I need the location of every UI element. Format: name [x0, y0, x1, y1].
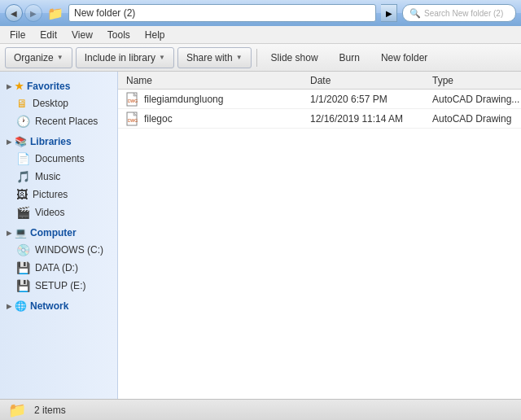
search-bar[interactable]: 🔍 Search New folder (2)	[402, 4, 516, 22]
organize-button[interactable]: Organize ▼	[5, 47, 72, 68]
videos-icon: 🎬	[16, 206, 30, 219]
organize-chevron-icon: ▼	[57, 54, 63, 61]
share-with-label: Share with	[186, 52, 233, 63]
table-row[interactable]: DWG filegiamdungluong 1/1/2020 6:57 PM A…	[118, 90, 521, 109]
organize-label: Organize	[14, 52, 54, 63]
address-bar[interactable]: New folder (2)	[68, 4, 376, 22]
file-area: Name Date Type Size Tags DWG filegiamdun…	[118, 72, 521, 399]
refresh-button[interactable]: ▶	[381, 4, 397, 22]
windows-c-label: WINDOWS (C:)	[35, 244, 103, 256]
file-list: DWG filegiamdungluong 1/1/2020 6:57 PM A…	[118, 90, 521, 399]
menu-help[interactable]: Help	[138, 28, 172, 42]
forward-button[interactable]: ▶	[24, 4, 42, 22]
svg-text:DWG: DWG	[128, 98, 138, 103]
sidebar-computer-header[interactable]: ▶ 💻 Computer	[0, 225, 117, 241]
search-placeholder: Search New folder (2)	[424, 9, 503, 18]
sidebar-item-desktop[interactable]: 🖥 Desktop	[0, 94, 117, 112]
file-date-1: 12/16/2019 11:14 AM	[305, 113, 427, 125]
status-folder-icon: 📁	[8, 401, 26, 419]
toolbar: Organize ▼ Include in library ▼ Share wi…	[0, 44, 521, 72]
col-header-date[interactable]: Date	[305, 75, 427, 86]
menu-view[interactable]: View	[65, 28, 99, 42]
recent-places-icon: 🕐	[16, 115, 30, 128]
table-row[interactable]: DWG filegoc 12/16/2019 11:14 AM AutoCAD …	[118, 109, 521, 129]
file-type-0: AutoCAD Drawing...	[427, 94, 521, 105]
documents-icon: 📄	[16, 152, 30, 165]
windows-c-icon: 💿	[16, 243, 30, 256]
desktop-icon: 🖥	[16, 97, 28, 110]
sidebar-favorites-header[interactable]: ▶ ★ Favorites	[0, 78, 117, 94]
sidebar-section-libraries: ▶ 📚 Libraries 📄 Documents 🎵 Music 🖼 Pict…	[0, 133, 117, 221]
sidebar-section-computer: ▶ 💻 Computer 💿 WINDOWS (C:) 💾 DATA (D:) …	[0, 225, 117, 295]
column-header: Name Date Type Size Tags	[118, 72, 521, 90]
menu-file[interactable]: File	[3, 28, 32, 42]
sidebar-item-data-d[interactable]: 💾 DATA (D:)	[0, 259, 117, 277]
network-label: Network	[30, 300, 68, 312]
setup-e-icon: 💾	[16, 279, 30, 292]
file-date-0: 1/1/2020 6:57 PM	[305, 94, 427, 105]
network-triangle-icon: ▶	[7, 303, 11, 310]
col-header-type[interactable]: Type	[427, 75, 521, 86]
favorites-triangle-icon: ▶	[7, 83, 11, 90]
address-text: New folder (2)	[74, 7, 135, 19]
sidebar-libraries-header[interactable]: ▶ 📚 Libraries	[0, 133, 117, 150]
toolbar-separator-1	[256, 49, 257, 67]
sidebar-item-music[interactable]: 🎵 Music	[0, 168, 117, 186]
share-chevron-icon: ▼	[236, 54, 243, 61]
svg-text:DWG: DWG	[128, 118, 138, 123]
nav-buttons: ◀ ▶	[5, 4, 42, 22]
file-name-text-0: filegiamdungluong	[144, 94, 223, 105]
favorites-star-icon: ★	[15, 81, 24, 92]
title-bar-folder-icon: 📁	[47, 6, 63, 21]
file-name-text-1: filegoc	[144, 113, 173, 125]
sidebar: ▶ ★ Favorites 🖥 Desktop 🕐 Recent Places …	[0, 72, 118, 399]
desktop-label: Desktop	[33, 98, 68, 109]
libraries-label: Libraries	[30, 136, 72, 147]
sidebar-item-windows-c[interactable]: 💿 WINDOWS (C:)	[0, 241, 117, 259]
include-in-library-button[interactable]: Include in library ▼	[76, 47, 174, 68]
sidebar-network-header[interactable]: ▶ 🌐 Network	[0, 298, 117, 314]
sidebar-item-recent-places[interactable]: 🕐 Recent Places	[0, 112, 117, 130]
burn-button[interactable]: Burn	[331, 47, 369, 68]
slideshow-button[interactable]: Slide show	[262, 47, 327, 68]
dwg-file-icon-0: DWG	[126, 92, 139, 107]
share-with-button[interactable]: Share with ▼	[177, 47, 252, 68]
status-item-count: 2 items	[34, 405, 66, 416]
search-icon: 🔍	[409, 8, 421, 19]
videos-label: Videos	[35, 207, 64, 218]
new-folder-label: New folder	[381, 52, 427, 63]
sidebar-section-network: ▶ 🌐 Network	[0, 298, 117, 314]
libraries-icon: 📚	[15, 136, 27, 147]
sidebar-item-videos[interactable]: 🎬 Videos	[0, 203, 117, 221]
menu-edit[interactable]: Edit	[33, 28, 63, 42]
music-label: Music	[35, 171, 60, 182]
recent-places-label: Recent Places	[35, 116, 98, 127]
sidebar-item-setup-e[interactable]: 💾 SETUP (E:)	[0, 277, 117, 295]
include-in-library-label: Include in library	[85, 52, 155, 63]
status-bar: 📁 2 items	[0, 399, 521, 420]
back-button[interactable]: ◀	[5, 4, 23, 22]
menu-bar: File Edit View Tools Help	[0, 26, 521, 44]
computer-icon: 💻	[15, 227, 27, 238]
pictures-label: Pictures	[33, 189, 68, 200]
slideshow-label: Slide show	[271, 52, 318, 63]
setup-e-label: SETUP (E:)	[35, 280, 85, 291]
computer-triangle-icon: ▶	[7, 230, 11, 237]
network-icon: 🌐	[15, 300, 27, 312]
title-bar: ◀ ▶ 📁 New folder (2) ▶ 🔍 Search New fold…	[0, 0, 521, 26]
computer-label: Computer	[30, 227, 77, 238]
data-d-label: DATA (D:)	[35, 262, 78, 273]
file-name-0: DWG filegiamdungluong	[118, 92, 305, 107]
sidebar-item-documents[interactable]: 📄 Documents	[0, 150, 117, 168]
data-d-icon: 💾	[16, 261, 30, 274]
sidebar-item-pictures[interactable]: 🖼 Pictures	[0, 186, 117, 203]
documents-label: Documents	[35, 153, 85, 164]
col-header-name[interactable]: Name	[118, 75, 305, 86]
menu-tools[interactable]: Tools	[101, 28, 137, 42]
favorites-label: Favorites	[27, 81, 70, 92]
new-folder-button[interactable]: New folder	[372, 47, 436, 68]
file-name-1: DWG filegoc	[118, 112, 305, 126]
main-area: ▶ ★ Favorites 🖥 Desktop 🕐 Recent Places …	[0, 72, 521, 399]
file-type-1: AutoCAD Drawing	[427, 113, 521, 125]
burn-label: Burn	[339, 52, 360, 63]
